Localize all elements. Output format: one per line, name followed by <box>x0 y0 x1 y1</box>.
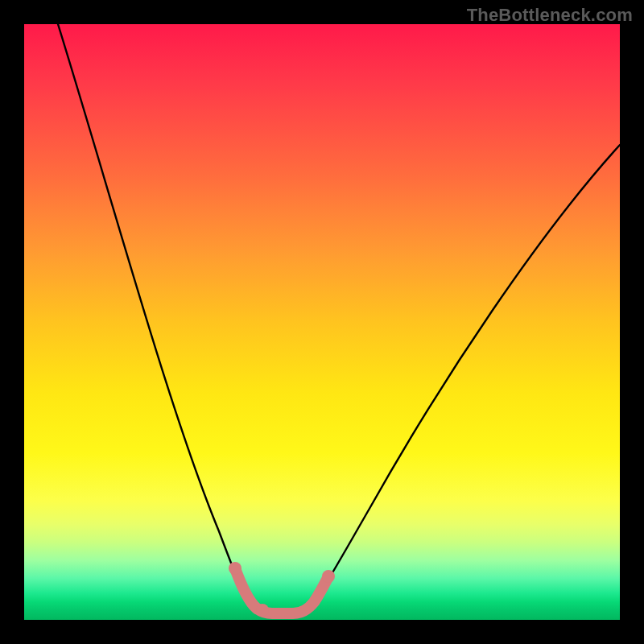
plot-area <box>24 24 620 620</box>
optimal-zone-highlight <box>235 568 328 613</box>
highlight-dot-left <box>229 562 242 575</box>
watermark-text: TheBottleneck.com <box>467 5 633 26</box>
bottleneck-curve-line <box>58 24 620 613</box>
highlight-dot-mid <box>256 604 269 617</box>
highlight-dot-right <box>322 570 335 583</box>
chart-svg <box>24 24 620 620</box>
